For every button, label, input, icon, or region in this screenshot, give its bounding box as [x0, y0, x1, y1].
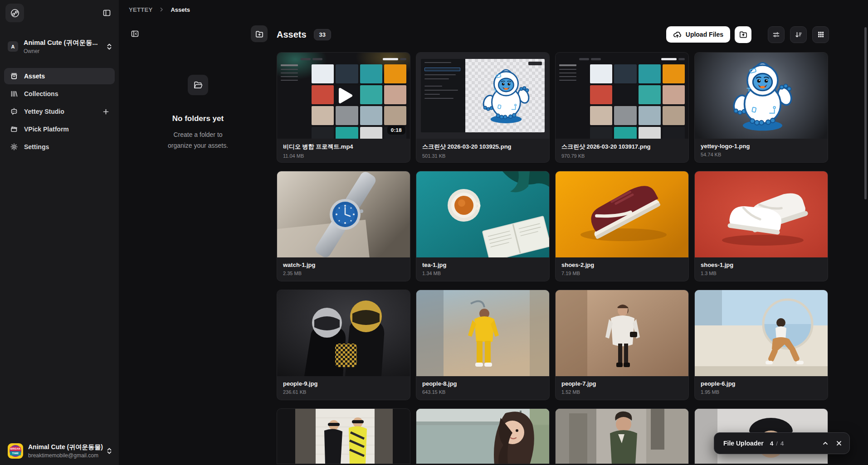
video-thumbnail: 0:18	[277, 53, 410, 139]
breaktime-avatar: BREAK TIME	[8, 443, 23, 459]
asset-filename: shoes-2.jpg	[561, 262, 683, 268]
asset-filename: watch-1.jpg	[283, 262, 404, 268]
play-icon	[332, 83, 356, 108]
breadcrumb-root[interactable]: YETTEY	[129, 6, 152, 13]
asset-filename: 스크린샷 2026-03-20 103917.png	[561, 143, 683, 151]
asset-card[interactable]: 스크린샷 2026-03-20 103925.png 501.31 KB	[416, 52, 550, 163]
archive-box-icon	[10, 72, 18, 80]
asset-card[interactable]	[277, 408, 410, 464]
sidebar: A Animal Cute (귀여운동... Owner Assets	[0, 0, 119, 465]
grid-icon	[817, 30, 825, 39]
image-thumbnail	[556, 290, 688, 376]
asset-filesize: 1.95 MB	[701, 389, 822, 395]
chevron-up-down-icon	[106, 43, 112, 51]
yettey-logo-icon	[10, 8, 20, 18]
sidebar-item-yettey-studio[interactable]: Yettey Studio	[4, 103, 115, 120]
image-thumbnail	[277, 171, 410, 257]
asset-filesize: 2.35 MB	[283, 271, 404, 276]
asset-card[interactable]: tea-1.jpg 1.34 MB	[416, 171, 550, 281]
asset-card[interactable]: people-7.jpg 1.52 MB	[555, 290, 689, 400]
upload-files-button[interactable]: Upload Files	[666, 26, 730, 43]
account-menu[interactable]: BREAK TIME Animal Cute (귀여운동물) breaktime…	[0, 439, 119, 465]
assets-section: Assets 33 Upload Files	[272, 19, 868, 465]
asset-filesize: 1.3 MB	[701, 271, 822, 276]
folder-up-icon	[739, 30, 748, 39]
chevron-right-icon	[159, 7, 164, 12]
asset-card[interactable]: shoes-1.jpg 1.3 MB	[694, 171, 828, 281]
sidebar-item-collections[interactable]: Collections	[4, 86, 115, 102]
asset-filesize: 236.61 KB	[283, 389, 404, 395]
image-thumbnail	[416, 290, 549, 376]
filter-button[interactable]	[768, 26, 785, 43]
sidebar-item-label: Yettey Studio	[24, 108, 64, 115]
asset-filename: people-6.jpg	[701, 380, 822, 387]
account-name: Animal Cute (귀여운동물)	[28, 443, 106, 451]
clapperboard-icon	[10, 125, 18, 133]
image-thumbnail	[556, 409, 688, 464]
app-window: A Animal Cute (귀여운동... Owner Assets	[0, 0, 868, 465]
asset-filename: 비디오 병합 프로젝트.mp4	[283, 143, 404, 151]
panel-toggle-icon	[102, 9, 111, 17]
asset-card[interactable]: shoes-2.jpg 7.19 MB	[555, 171, 689, 281]
asset-card[interactable]	[416, 408, 550, 464]
create-folder-button[interactable]	[251, 25, 268, 42]
asset-card[interactable]: 0:18 비디오 병합 프로젝트.mp4 11.04 MB	[277, 52, 410, 163]
folder-open-icon	[188, 75, 208, 95]
image-thumbnail	[416, 409, 549, 464]
asset-filename: people-7.jpg	[561, 380, 683, 387]
image-thumbnail	[556, 171, 688, 257]
panel-left-close-icon	[131, 29, 139, 38]
toast-done-count: 4	[770, 440, 774, 447]
image-thumbnail	[277, 409, 410, 464]
empty-state-title: No folders yet	[172, 114, 224, 123]
toast-close-button[interactable]	[836, 440, 842, 446]
asset-card[interactable]: people-8.jpg 643.15 KB	[416, 290, 550, 400]
sort-descending-icon	[794, 30, 803, 39]
chevron-up-down-icon	[106, 447, 112, 455]
image-thumbnail	[695, 171, 828, 257]
sliders-icon	[772, 30, 780, 39]
asset-card[interactable]	[555, 408, 689, 464]
add-studio-button[interactable]	[101, 107, 110, 116]
toast-collapse-button[interactable]	[822, 440, 829, 446]
app-logo-button[interactable]	[5, 4, 24, 22]
toast-title: File Uploader	[723, 440, 764, 447]
folders-empty-state: No folders yet Create a folder to organi…	[128, 75, 268, 151]
sidebar-item-settings[interactable]: Settings	[4, 139, 115, 155]
studio-chat-icon	[10, 107, 18, 116]
asset-card[interactable]: people-6.jpg 1.95 MB	[694, 290, 828, 400]
asset-filesize: 970.79 KB	[561, 153, 683, 159]
folders-panel: No folders yet Create a folder to organi…	[119, 19, 272, 465]
asset-filesize: 1.34 MB	[422, 271, 543, 276]
toast-separator: /	[776, 440, 778, 447]
sort-button[interactable]	[790, 26, 807, 43]
sidebar-item-assets[interactable]: Assets	[4, 68, 115, 84]
grid-view-button[interactable]	[812, 26, 829, 43]
folder-plus-icon	[255, 29, 264, 39]
workspace-switcher[interactable]: A Animal Cute (귀여운동... Owner	[8, 39, 112, 54]
image-thumbnail	[416, 53, 549, 139]
asset-filename: tea-1.jpg	[422, 262, 543, 268]
asset-filename: shoes-1.jpg	[701, 262, 822, 268]
collapse-folders-button[interactable]	[128, 28, 141, 40]
image-thumbnail	[277, 290, 410, 376]
video-duration-badge: 0:18	[387, 126, 405, 135]
scrollbar[interactable]	[864, 27, 867, 199]
sidebar-collapse-button[interactable]	[101, 7, 112, 19]
sidebar-item-vpick-platform[interactable]: VPick Platform	[4, 121, 115, 137]
asset-card[interactable]: yettey-logo-1.png 54.74 KB	[694, 52, 828, 163]
asset-card[interactable]: 스크린샷 2026-03-20 103917.png 970.79 KB	[555, 52, 689, 163]
asset-filename: people-9.jpg	[283, 380, 404, 387]
asset-filesize: 643.15 KB	[422, 389, 543, 395]
asset-card[interactable]: watch-1.jpg 2.35 MB	[277, 171, 410, 281]
account-email: breaktimemobile@gmail.com	[28, 452, 106, 459]
sidebar-item-label: Settings	[24, 143, 49, 150]
image-thumbnail	[695, 290, 828, 376]
gear-icon	[10, 143, 18, 151]
upload-folder-button[interactable]	[735, 26, 751, 43]
image-thumbnail	[695, 53, 828, 139]
workspace-name: Animal Cute (귀여운동...	[24, 39, 106, 47]
asset-card[interactable]: people-9.jpg 236.61 KB	[277, 290, 410, 400]
asset-filename: 스크린샷 2026-03-20 103925.png	[422, 143, 543, 151]
asset-filesize: 7.19 MB	[561, 271, 683, 276]
